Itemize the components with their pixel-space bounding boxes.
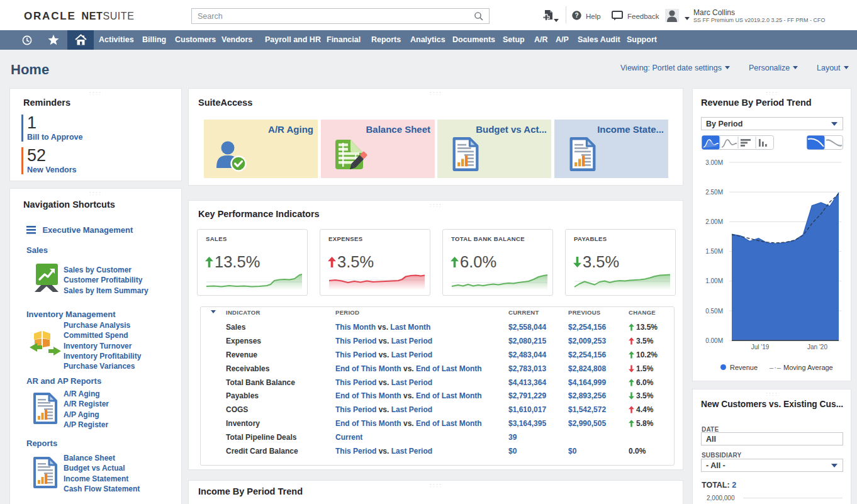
svg-text:2.00M: 2.00M — [705, 218, 723, 225]
svg-text:0.50M: 0.50M — [705, 308, 723, 315]
svg-text:Jul '19: Jul '19 — [751, 344, 770, 350]
svg-text:Jan '20: Jan '20 — [807, 344, 827, 350]
svg-text:0.00M: 0.00M — [705, 337, 723, 344]
svg-text:3.00M: 3.00M — [705, 159, 723, 166]
svg-text:1.00M: 1.00M — [705, 277, 723, 284]
svg-text:2.50M: 2.50M — [705, 189, 723, 196]
svg-text:1.50M: 1.50M — [705, 248, 723, 255]
svg-text:?: ? — [574, 12, 578, 19]
